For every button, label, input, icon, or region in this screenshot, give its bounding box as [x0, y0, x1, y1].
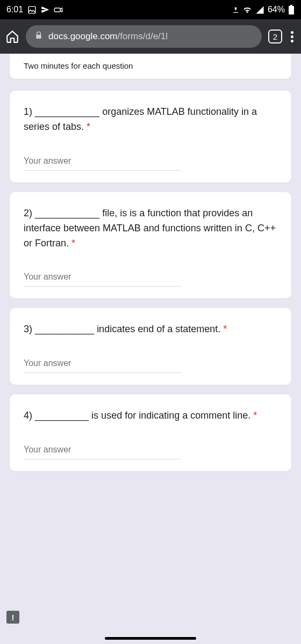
form-subtitle: Two minutes for each question — [24, 61, 277, 70]
question-text: 4) __________ is used for indicating a c… — [24, 408, 277, 423]
question-card: 2) ____________ file, is is a function t… — [10, 192, 291, 299]
answer-input[interactable] — [24, 270, 181, 287]
question-card: 1) ____________ organizes MATLAB functio… — [10, 91, 291, 182]
address-bar[interactable]: docs.google.com/forms/d/e/1l — [26, 25, 262, 48]
battery-text: 64% — [268, 5, 285, 14]
image-icon — [27, 5, 37, 14]
more-menu-button[interactable] — [289, 29, 296, 45]
upload-icon — [232, 6, 239, 13]
send-icon — [41, 5, 49, 14]
answer-input[interactable] — [24, 154, 181, 171]
status-time: 6:01 — [6, 5, 23, 14]
svg-rect-3 — [290, 5, 292, 6]
question-card: 3) ___________ indicates end of a statem… — [10, 308, 291, 385]
svg-rect-0 — [28, 6, 35, 13]
question-text: 3) ___________ indicates end of a statem… — [24, 322, 277, 337]
svg-rect-1 — [55, 8, 61, 11]
question-card: 4) __________ is used for indicating a c… — [10, 394, 291, 471]
form-header-card: Two minutes for each question — [10, 54, 291, 79]
home-button[interactable] — [5, 30, 19, 43]
battery-icon — [288, 5, 295, 14]
url-text: docs.google.com/forms/d/e/1l — [48, 31, 168, 42]
svg-rect-2 — [289, 6, 294, 14]
browser-bar: docs.google.com/forms/d/e/1l 2 — [0, 19, 301, 54]
camera-icon — [54, 5, 63, 14]
wifi-icon — [242, 5, 252, 14]
alert-badge[interactable]: ! — [6, 611, 19, 624]
nav-gesture-bar[interactable] — [105, 637, 196, 640]
question-text: 2) ____________ file, is is a function t… — [24, 206, 277, 251]
signal-icon — [255, 5, 264, 14]
lock-icon — [34, 31, 43, 42]
answer-input[interactable] — [24, 443, 181, 459]
answer-input[interactable] — [24, 356, 181, 373]
question-text: 1) ____________ organizes MATLAB functio… — [24, 105, 277, 135]
tabs-button[interactable]: 2 — [268, 30, 282, 43]
status-bar: 6:01 64% — [0, 0, 301, 19]
